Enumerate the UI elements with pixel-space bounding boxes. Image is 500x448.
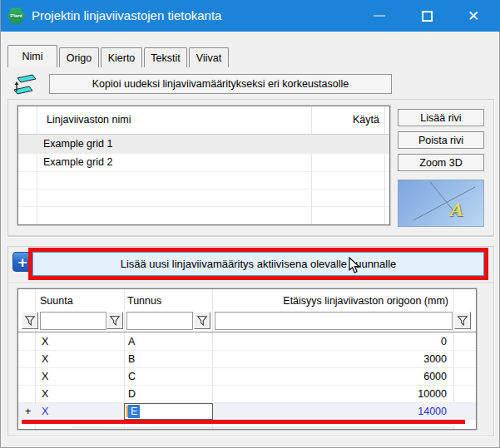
table-row[interactable]: X D 10000 [18,386,476,402]
filter-input-direction[interactable] [40,312,106,330]
copy-to-level-icon [11,73,37,96]
table-row[interactable]: X C 6000 [18,368,476,385]
new-row-marker: + [25,406,31,417]
filter-button-label[interactable] [194,312,210,329]
zoom-3d-button[interactable]: Zoom 3D [398,154,484,171]
grid-3d-preview[interactable]: A [398,180,484,227]
axes-icon [399,180,483,226]
annotation-red-box: Lisää uusi linjaviivamääritys aktiivisen… [28,248,488,280]
table-row-new[interactable]: + X E 14000 [18,403,476,420]
filter-input-distance[interactable] [215,312,453,330]
clipped-row-hint [72,427,455,428]
tab-kierto[interactable]: Kierto [101,47,142,67]
column-header-label[interactable]: Tunnus [127,295,161,307]
tab-nimi[interactable]: Nimi [7,45,57,67]
separator [8,283,493,283]
filter-button-direction[interactable] [106,312,123,329]
app-icon: Plant [7,7,25,24]
dialog-window: Plant Projektin linjaviivastojen tietoka… [0,0,500,448]
add-row-button[interactable]: Lisää rivi [398,109,484,126]
close-button[interactable]: ✕ [457,0,490,32]
column-header-distance[interactable]: Etäisyys linjaviivaston origoon (mm) [212,295,448,307]
minimize-button[interactable] [363,0,396,32]
copy-definition-button[interactable]: Kopioi uudeksi linjaviivamääritykseksi e… [49,74,392,94]
window-title: Projektin linjaviivastojen tietokanta [32,8,221,22]
grid-lines-table: Suunta Tunnus Etäisyys linjaviivaston or… [17,288,477,430]
table-row[interactable]: Example grid 2 [18,154,389,171]
funnel-icon [109,315,121,327]
preview-letter: A [450,199,463,221]
filter-input-label[interactable] [126,312,193,330]
tab-tekstit[interactable]: Tekstit [144,47,187,67]
funnel-icon [196,315,208,327]
table-row[interactable]: X A 0 [18,333,476,350]
selected-text: E [128,405,140,418]
tab-viivat[interactable]: Viivat [189,47,229,67]
delete-row-button[interactable]: Poista rivi [398,131,484,149]
table-row-selected[interactable]: Example grid 1 [18,135,389,153]
label-edit-cell[interactable]: E [124,403,213,420]
title-bar[interactable]: Plant Projektin linjaviivastojen tietoka… [1,0,500,32]
funnel-icon [457,315,468,327]
gridline [18,171,389,172]
column-header-use[interactable]: Käytä [311,114,379,126]
table-row[interactable]: X B 3000 [18,351,476,367]
tab-origo[interactable]: Origo [59,47,99,67]
add-definition-button[interactable]: Lisää uusi linjaviivamääritys aktiivisen… [32,252,484,276]
maximize-icon [422,11,433,22]
minimize-icon [374,15,385,17]
gridline [18,206,389,207]
maximize-button[interactable] [410,0,443,32]
funnel-icon [24,315,36,327]
mouse-cursor-icon [349,257,360,274]
filter-row-separator [18,332,476,332]
gridline [18,189,389,190]
filter-button-selector[interactable] [22,312,38,329]
column-header-direction[interactable]: Suunta [40,295,73,307]
filter-button-distance[interactable] [454,312,471,329]
separator [7,236,494,237]
annotation-red-line [22,420,465,424]
grid-name-table: Linjaviivaston nimi Käytä Example grid 1… [17,106,390,225]
column-header-name[interactable]: Linjaviivaston nimi [47,114,131,126]
app-icon-label: Plant [10,13,22,18]
plus-icon: + [17,254,27,270]
close-icon: ✕ [468,9,479,23]
